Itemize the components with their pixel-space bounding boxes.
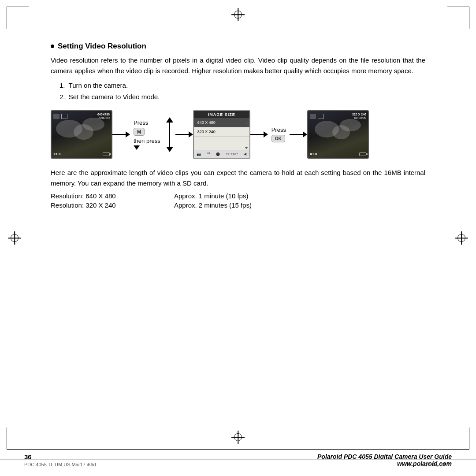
arrow-shaft-head bbox=[166, 147, 173, 152]
arrow-shaft bbox=[169, 123, 170, 147]
numbered-steps: 1. Turn on the camera. 2. Set the camera… bbox=[60, 80, 425, 102]
camera-screen-1: 640X480 00:00:09 X1.0 bbox=[51, 110, 112, 159]
menu-bottom-bar: 📷 ☷ ⬤ SETUP ◀ bbox=[194, 150, 249, 158]
menu-title: IMAGE SIZE bbox=[194, 111, 249, 118]
crosshair-left bbox=[8, 231, 21, 245]
res1-label: Resolution: 640 X 480 bbox=[51, 192, 174, 200]
step-1: 1. Turn on the camera. bbox=[60, 80, 425, 91]
menu-item-1: 640 X 480 bbox=[194, 118, 249, 127]
step-2: 2. Set the camera to Video mode. bbox=[60, 91, 425, 103]
crosshair-bottom bbox=[231, 431, 245, 444]
arrow-head-4 bbox=[303, 131, 307, 138]
cam-mode-icon bbox=[53, 114, 60, 119]
cam-overlay-top-1: 640X480 00:00:09 bbox=[53, 113, 110, 119]
meta-right: 3/20/06, 10:01 bbox=[421, 462, 452, 467]
scroll-arrow-down bbox=[245, 147, 248, 149]
footer-divider bbox=[24, 449, 452, 450]
menu-nav-photo: 📷 bbox=[197, 152, 201, 156]
corner-mark-tr bbox=[447, 7, 469, 29]
arrow-line-4 bbox=[290, 134, 303, 135]
corner-mark-tl bbox=[7, 7, 29, 29]
footer: 36 Polaroid PDC 4055 Digital Camera User… bbox=[0, 449, 476, 467]
arrow-3 bbox=[250, 131, 268, 138]
scroll-arrow-up bbox=[245, 122, 248, 124]
cam-video-icon bbox=[61, 114, 67, 119]
title-text: Setting Video Resolution bbox=[58, 42, 146, 51]
cam-icon-row-1 bbox=[53, 114, 67, 119]
page-container: Setting Video Resolution Video resolutio… bbox=[0, 0, 476, 476]
menu-nav-setup: SETUP bbox=[226, 152, 238, 156]
corner-mark-br bbox=[447, 428, 469, 450]
arrow-line-1 bbox=[112, 134, 126, 135]
res2-label: Resolution: 320 X 240 bbox=[51, 201, 174, 209]
arrow-head-2 bbox=[189, 131, 193, 138]
resolution-table: Resolution: 640 X 480 Approx. 1 minute (… bbox=[51, 192, 425, 209]
footer-meta: PDC 4055 TL UM US Mar17.i66d 3/20/06, 10… bbox=[0, 459, 476, 469]
res2-value: Approx. 2 minutes (15 fps) bbox=[174, 201, 425, 209]
menu-nav-grid: ☷ bbox=[207, 152, 210, 156]
crosshair-top bbox=[231, 8, 245, 21]
cam-overlay-top-2: 320 X 240 00:00:09 bbox=[310, 113, 366, 119]
triangle-down-icon bbox=[134, 145, 140, 150]
result-paragraph: Here are the approximate length of video… bbox=[51, 167, 425, 189]
main-content: Setting Video Resolution Video resolutio… bbox=[26, 42, 450, 209]
result-text-block: Here are the approximate length of video… bbox=[51, 167, 425, 209]
arrow-4 bbox=[290, 131, 307, 138]
menu-nav-brightness: ⬤ bbox=[216, 152, 220, 156]
diagram-area: 640X480 00:00:09 X1.0 Press M then press bbox=[51, 110, 425, 159]
cam-mode-icon-2 bbox=[310, 114, 316, 119]
camera-screen-2: 320 X 240 00:00:09 X1.0 bbox=[307, 110, 369, 159]
corner-mark-bl bbox=[7, 428, 29, 450]
big-arrow-block bbox=[166, 117, 173, 152]
arrow-triangle-top bbox=[166, 117, 173, 123]
body-paragraph: Video resolution refers to the number of… bbox=[51, 55, 425, 76]
cam-res-time-2: 320 X 240 00:00:09 bbox=[352, 113, 366, 119]
cam-res-time-1: 640X480 00:00:09 bbox=[97, 113, 110, 119]
res1-value: Approx. 1 minute (10 fps) bbox=[174, 192, 425, 200]
menu-nav-back: ◀ bbox=[244, 152, 246, 156]
crosshair-right bbox=[455, 231, 468, 245]
bullet-dot bbox=[51, 45, 54, 48]
cloud-6 bbox=[340, 119, 361, 131]
arrow-2 bbox=[175, 131, 193, 138]
arrow-1 bbox=[112, 131, 130, 138]
cam-battery-1 bbox=[103, 152, 110, 156]
cam-icon-row-2 bbox=[310, 114, 324, 119]
cam-battery-2 bbox=[359, 152, 366, 156]
cam-bottom-2: X1.0 bbox=[310, 152, 366, 156]
meta-left: PDC 4055 TL UM US Mar17.i66d bbox=[24, 462, 96, 467]
arrow-line-3 bbox=[250, 134, 264, 135]
menu-screen: IMAGE SIZE 640 X 480 320 X 240 📷 ☷ ⬤ SET… bbox=[193, 110, 250, 159]
press-block-2: Press OK bbox=[271, 126, 286, 142]
cam-bottom-1: X1.0 bbox=[53, 152, 110, 156]
press-block-1: Press M then press bbox=[134, 119, 160, 150]
menu-item-2: 320 X 240 bbox=[194, 127, 249, 137]
cam-video-icon-2 bbox=[318, 114, 324, 119]
arrow-head-3 bbox=[264, 131, 268, 138]
cloud-3 bbox=[82, 118, 104, 131]
arrow-line-2 bbox=[175, 134, 189, 135]
arrow-head-1 bbox=[126, 131, 130, 138]
scroll-indicator bbox=[245, 122, 248, 149]
section-title: Setting Video Resolution bbox=[51, 42, 425, 51]
